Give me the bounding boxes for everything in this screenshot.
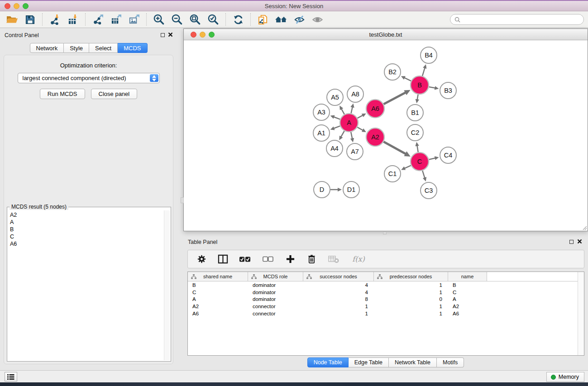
graph-edge-C-C1[interactable] bbox=[404, 166, 411, 168]
table-row[interactable]: A6connector11A6 bbox=[188, 310, 578, 317]
mcds-result-item[interactable]: A bbox=[8, 219, 164, 226]
mcds-result-item[interactable]: B bbox=[8, 226, 164, 233]
result-list-scrollbar[interactable] bbox=[164, 210, 170, 360]
table-cell[interactable]: A bbox=[188, 295, 248, 303]
column-header-predecessor-nodes[interactable]: predecessor nodes bbox=[374, 272, 448, 281]
table-cell[interactable]: 1 bbox=[374, 289, 448, 296]
graph-edge-A6-B[interactable] bbox=[384, 92, 406, 104]
float-panel-icon[interactable] bbox=[161, 33, 165, 37]
settings-gear-button[interactable] bbox=[196, 253, 207, 266]
zoom-in-button[interactable] bbox=[150, 12, 168, 27]
delete-column-button[interactable] bbox=[306, 253, 317, 266]
columns-view-button[interactable] bbox=[217, 253, 229, 266]
graph-edge-A-A7[interactable] bbox=[351, 132, 352, 139]
table-cell[interactable]: 1 bbox=[303, 303, 374, 310]
table-cell[interactable]: 1 bbox=[374, 303, 448, 310]
close-panel-button[interactable]: Close panel bbox=[91, 89, 138, 99]
table-cell[interactable]: A2 bbox=[448, 303, 487, 310]
graph-edge-A-A4[interactable] bbox=[341, 131, 344, 137]
save-session-button[interactable] bbox=[21, 12, 39, 27]
function-builder-button[interactable]: f(x) bbox=[350, 253, 367, 266]
table-cell[interactable]: dominator bbox=[248, 295, 303, 303]
graph-edge-A-A2[interactable] bbox=[357, 127, 363, 130]
table-cell[interactable]: A bbox=[448, 295, 487, 303]
splitter-notch[interactable] bbox=[181, 197, 184, 203]
column-header-shared-name[interactable]: shared name bbox=[188, 272, 248, 281]
table-tab-network-table[interactable]: Network Table bbox=[389, 357, 437, 367]
table-cell[interactable]: A6 bbox=[188, 310, 248, 317]
table-cell[interactable]: dominator bbox=[248, 289, 303, 296]
table-cell[interactable]: A6 bbox=[448, 310, 487, 317]
network-canvas[interactable]: B4B2BB3A8A5A6B1A3AA1C2A2A4A7C4CC1C3DD1 bbox=[184, 41, 588, 231]
table-tab-node-table[interactable]: Node Table bbox=[307, 357, 349, 367]
mcds-result-item[interactable]: A6 bbox=[8, 240, 164, 248]
delete-table-button[interactable] bbox=[327, 253, 340, 266]
criterion-select[interactable]: largest connected component (directed) bbox=[18, 73, 160, 83]
graph-edge-A-A5[interactable] bbox=[341, 109, 344, 114]
hide-network-button[interactable] bbox=[290, 12, 308, 27]
export-table-button[interactable] bbox=[107, 12, 125, 27]
table-cell[interactable]: 4 bbox=[303, 289, 374, 296]
graph-edge-B-B3[interactable] bbox=[429, 87, 435, 88]
graph-edge-A-A6[interactable] bbox=[358, 115, 363, 118]
export-image-button[interactable] bbox=[125, 12, 143, 27]
table-cell[interactable]: connector bbox=[248, 303, 303, 310]
zoom-out-button[interactable] bbox=[168, 12, 186, 27]
run-mcds-button[interactable]: Run MCDS bbox=[40, 89, 85, 99]
table-cell[interactable]: dominator bbox=[248, 281, 303, 289]
add-column-button[interactable] bbox=[284, 253, 296, 266]
network-graph[interactable]: B4B2BB3A8A5A6B1A3AA1C2A2A4A7C4CC1C3DD1 bbox=[184, 41, 588, 231]
column-header-successor-nodes[interactable]: successor nodes bbox=[303, 272, 374, 281]
table-row[interactable]: A2connector11A2 bbox=[188, 303, 578, 310]
table-cell[interactable]: C bbox=[188, 289, 248, 296]
table-tab-edge-table[interactable]: Edge Table bbox=[349, 357, 389, 367]
graph-edge-B-B1[interactable] bbox=[417, 95, 418, 100]
table-cell[interactable]: 8 bbox=[303, 295, 374, 303]
close-panel-icon[interactable] bbox=[168, 32, 173, 37]
graph-edge-C-C3[interactable] bbox=[422, 171, 425, 178]
refresh-layout-button[interactable] bbox=[229, 12, 247, 27]
graph-edge-C-C4[interactable] bbox=[429, 158, 435, 159]
memory-button[interactable]: Memory bbox=[546, 372, 584, 382]
import-table-button[interactable] bbox=[64, 12, 82, 27]
table-scrollbar[interactable] bbox=[578, 272, 584, 355]
mcds-result-item[interactable]: C bbox=[8, 233, 164, 240]
column-header-name[interactable]: name bbox=[448, 272, 487, 281]
table-cell[interactable]: connector bbox=[248, 310, 303, 317]
open-session-button[interactable] bbox=[3, 12, 21, 27]
table-cell[interactable]: 1 bbox=[374, 281, 448, 289]
table-cell[interactable]: 4 bbox=[303, 281, 374, 289]
graph-edge-B-B2[interactable] bbox=[404, 78, 411, 81]
resize-grip-icon[interactable] bbox=[582, 225, 587, 230]
graph-edge-C-C2[interactable] bbox=[417, 146, 418, 152]
show-network-button[interactable] bbox=[308, 12, 326, 27]
table-cell[interactable]: C bbox=[448, 289, 487, 296]
deselect-all-button[interactable] bbox=[261, 253, 275, 266]
table-row[interactable]: Cdominator41C bbox=[188, 289, 578, 296]
clone-network-button[interactable] bbox=[254, 12, 272, 27]
table-cell[interactable]: A2 bbox=[188, 303, 248, 310]
home-view-button[interactable] bbox=[272, 12, 290, 27]
split-divider-handle[interactable] bbox=[383, 232, 387, 234]
task-history-button[interactable] bbox=[5, 372, 17, 381]
control-tab-style[interactable]: Style bbox=[64, 43, 89, 53]
column-header-mcds-role[interactable]: MCDS role bbox=[248, 272, 303, 281]
select-all-button[interactable] bbox=[238, 253, 252, 266]
table-cell[interactable]: B bbox=[188, 281, 248, 289]
search-input[interactable] bbox=[463, 16, 579, 23]
graph-edge-A-A8[interactable] bbox=[351, 107, 353, 113]
graph-edge-A2-C[interactable] bbox=[383, 142, 406, 154]
table-cell[interactable]: B bbox=[448, 281, 487, 289]
graph-edge-A-A3[interactable] bbox=[334, 117, 340, 119]
table-cell[interactable]: 1 bbox=[303, 310, 374, 317]
export-network-button[interactable] bbox=[89, 12, 107, 27]
graph-edge-A-A1[interactable] bbox=[334, 126, 340, 128]
table-cell[interactable]: 1 bbox=[374, 310, 448, 317]
search-field[interactable] bbox=[450, 14, 584, 25]
import-network-button[interactable] bbox=[46, 12, 64, 27]
graph-edge-B-B4[interactable] bbox=[422, 68, 425, 76]
table-row[interactable]: Bdominator41B bbox=[188, 281, 578, 289]
mcds-result-item[interactable]: A2 bbox=[8, 211, 164, 219]
zoom-fit-button[interactable] bbox=[186, 12, 204, 27]
close-panel-icon[interactable] bbox=[577, 239, 582, 244]
